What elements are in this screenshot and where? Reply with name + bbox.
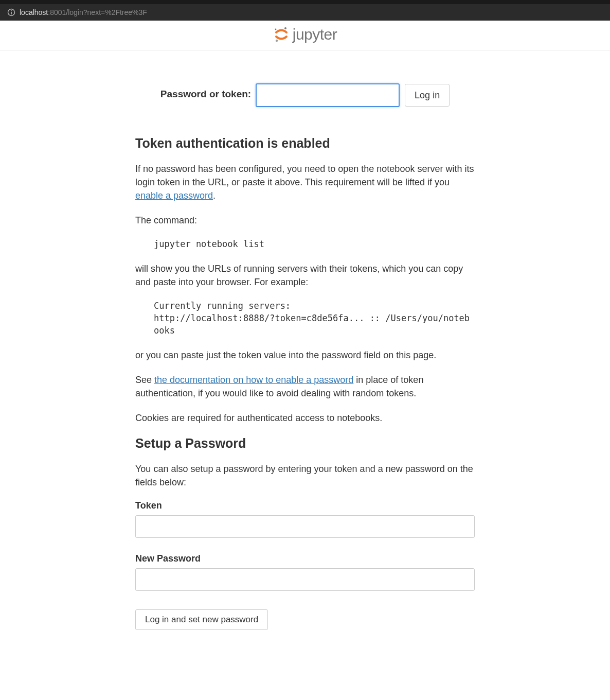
- the-command-label: The command:: [135, 214, 475, 227]
- page-header: jupyter: [0, 21, 610, 50]
- password-token-label: Password or token:: [160, 89, 251, 99]
- password-token-input[interactable]: [256, 83, 400, 107]
- new-password-field-label: New Password: [135, 553, 475, 564]
- svg-rect-2: [11, 12, 12, 14]
- login-form: Password or token: Log in: [135, 83, 475, 107]
- token-auth-explainer-2: will show you the URLs of running server…: [135, 262, 475, 289]
- jupyter-logo: jupyter: [273, 26, 337, 43]
- token-auth-docs-paragraph: See the documentation on how to enable a…: [135, 373, 475, 400]
- svg-point-4: [276, 40, 278, 42]
- token-auth-explainer-3: or you can paste just the token value in…: [135, 348, 475, 362]
- token-auth-heading: Token authentication is enabled: [135, 136, 475, 151]
- example-output-code-block: Currently running servers: http://localh…: [154, 300, 475, 337]
- url-text: localhost:8001/login?next=%2Ftree%3F: [20, 8, 147, 16]
- new-password-input[interactable]: [135, 568, 475, 591]
- cookies-required-note: Cookies are required for authenticated a…: [135, 411, 475, 425]
- set-password-button[interactable]: Log in and set new password: [135, 609, 268, 630]
- setup-password-intro: You can also setup a password by enterin…: [135, 462, 475, 489]
- jupyter-planet-icon: [273, 26, 290, 43]
- svg-point-5: [275, 29, 276, 30]
- login-button[interactable]: Log in: [405, 84, 450, 107]
- token-input[interactable]: [135, 515, 475, 538]
- setup-password-heading: Setup a Password: [135, 436, 475, 451]
- command-code-block: jupyter notebook list: [154, 238, 475, 251]
- browser-url-bar[interactable]: localhost:8001/login?next=%2Ftree%3F: [0, 0, 610, 21]
- token-auth-explainer-1: If no password has been configured, you …: [135, 162, 475, 202]
- svg-point-3: [284, 27, 286, 29]
- password-docs-link[interactable]: the documentation on how to enable a pas…: [154, 375, 353, 385]
- info-icon: [7, 8, 15, 16]
- jupyter-logo-text: jupyter: [293, 26, 337, 43]
- enable-password-link[interactable]: enable a password: [135, 190, 213, 201]
- svg-point-1: [11, 10, 12, 11]
- token-field-label: Token: [135, 500, 475, 511]
